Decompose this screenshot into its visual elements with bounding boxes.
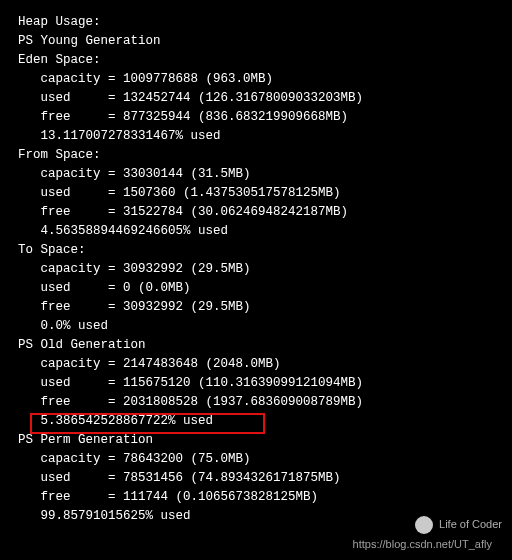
eden-percent: 13.117007278331467% used (18, 127, 494, 146)
from-free: free = 31522784 (30.06246948242187MB) (18, 203, 494, 222)
speech-bubble-icon (415, 516, 433, 534)
to-capacity: capacity = 30932992 (29.5MB) (18, 260, 494, 279)
perm-used: used = 78531456 (74.8934326171875MB) (18, 469, 494, 488)
old-free: free = 2031808528 (1937.683609008789MB) (18, 393, 494, 412)
heap-title: Heap Usage: (18, 13, 494, 32)
old-gen-header: PS Old Generation (18, 336, 494, 355)
eden-space-header: Eden Space: (18, 51, 494, 70)
young-gen-header: PS Young Generation (18, 32, 494, 51)
eden-capacity: capacity = 1009778688 (963.0MB) (18, 70, 494, 89)
eden-free: free = 877325944 (836.683219909668MB) (18, 108, 494, 127)
old-used: used = 115675120 (110.31639099121094MB) (18, 374, 494, 393)
to-free: free = 30932992 (29.5MB) (18, 298, 494, 317)
to-percent: 0.0% used (18, 317, 494, 336)
watermark-url: https://blog.csdn.net/UT_afly (353, 535, 492, 554)
eden-used: used = 132452744 (126.31678009033203MB) (18, 89, 494, 108)
old-capacity: capacity = 2147483648 (2048.0MB) (18, 355, 494, 374)
from-used: used = 1507360 (1.437530517578125MB) (18, 184, 494, 203)
to-space-header: To Space: (18, 241, 494, 260)
watermark-text: Life of Coder (439, 515, 502, 534)
perm-capacity: capacity = 78643200 (75.0MB) (18, 450, 494, 469)
old-percent: 5.386542528867722% used (18, 412, 494, 431)
perm-gen-header: PS Perm Generation (18, 431, 494, 450)
from-capacity: capacity = 33030144 (31.5MB) (18, 165, 494, 184)
from-space-header: From Space: (18, 146, 494, 165)
to-used: used = 0 (0.0MB) (18, 279, 494, 298)
perm-free: free = 111744 (0.1065673828125MB) (18, 488, 494, 507)
from-percent: 4.56358894469246605% used (18, 222, 494, 241)
watermark-logo: Life of Coder (415, 515, 502, 534)
